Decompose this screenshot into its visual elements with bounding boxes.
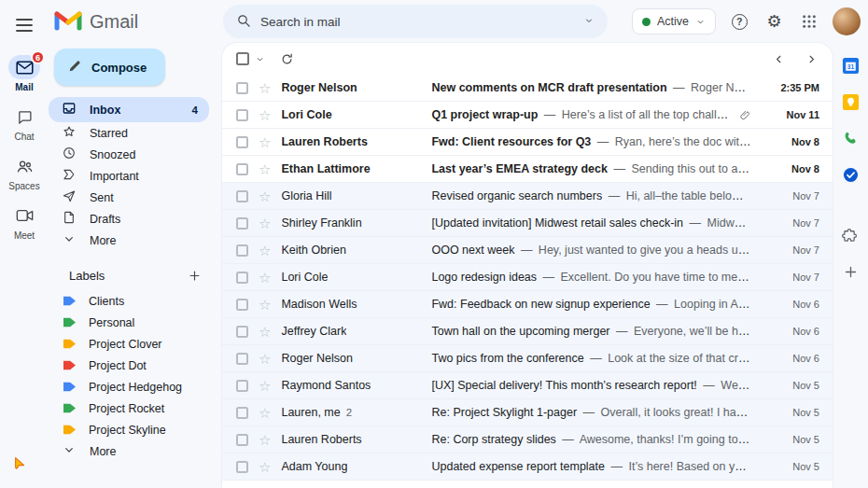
select-all-checkbox[interactable] xyxy=(236,52,249,65)
email-checkbox[interactable] xyxy=(236,407,248,419)
email-date: Nov 6 xyxy=(762,299,819,310)
avatar[interactable] xyxy=(833,7,861,35)
email-checkbox[interactable] xyxy=(236,434,248,446)
sidebar-item-inbox[interactable]: Inbox 4 xyxy=(49,97,209,122)
email-checkbox[interactable] xyxy=(236,136,248,148)
newer-page-icon[interactable] xyxy=(773,53,785,65)
star-icon[interactable]: ☆ xyxy=(259,271,271,285)
email-row[interactable]: ☆ Raymond Santos [UX] Special delivery! … xyxy=(222,372,833,399)
help-icon[interactable]: ? xyxy=(728,9,750,34)
search-bar[interactable] xyxy=(223,5,608,38)
email-row[interactable]: ☆ Gloria Hill Revised organic search num… xyxy=(222,183,833,210)
sidebar: Gmail Compose Inbox 4 Starred Snoozed Im… xyxy=(49,0,222,488)
sidebar-label-item[interactable]: Project Skyline xyxy=(49,419,222,440)
pencil-icon xyxy=(67,59,82,77)
cursor-icon xyxy=(13,455,28,473)
sidebar-item-snoozed[interactable]: Snoozed xyxy=(49,144,209,165)
settings-gear-icon[interactable]: ⚙ xyxy=(763,9,785,34)
rail-item-meet[interactable]: Meet xyxy=(8,203,40,241)
email-checkbox[interactable] xyxy=(236,109,248,121)
star-icon[interactable]: ☆ xyxy=(259,189,271,203)
email-subject: Re: Project Skylight 1-pager xyxy=(431,406,577,419)
star-icon[interactable]: ☆ xyxy=(259,216,271,230)
sidebar-item-more[interactable]: More xyxy=(49,230,209,251)
email-date: Nov 8 xyxy=(762,163,819,174)
email-row[interactable]: ☆ Lauren, me 2 Re: Project Skylight 1-pa… xyxy=(222,399,833,426)
sidebar-label-item[interactable]: Project Rocket xyxy=(49,397,222,419)
email-row[interactable]: ☆ Roger Nelson Two pics from the confere… xyxy=(222,345,833,372)
label-name: Project Dot xyxy=(89,359,147,372)
email-snippet: Hi, all–the table below contains the rev… xyxy=(626,189,751,202)
status-selector[interactable]: Active xyxy=(632,8,716,35)
star-icon[interactable]: ☆ xyxy=(259,325,271,339)
email-checkbox[interactable] xyxy=(236,82,248,94)
star-icon[interactable]: ☆ xyxy=(259,81,271,95)
keep-icon[interactable] xyxy=(841,92,860,111)
star-icon[interactable]: ☆ xyxy=(259,162,271,176)
search-options-icon[interactable] xyxy=(583,15,595,29)
sidebar-item-important[interactable]: Important xyxy=(49,165,209,187)
add-label-button[interactable] xyxy=(188,269,202,283)
sidebar-item-sent[interactable]: Sent xyxy=(49,187,209,208)
select-dropdown-icon[interactable] xyxy=(255,54,265,64)
email-row[interactable]: ☆ Lori Cole Q1 project wrap-up — Here’s … xyxy=(222,102,833,129)
email-checkbox[interactable] xyxy=(236,461,248,473)
star-icon[interactable]: ☆ xyxy=(259,135,271,149)
calendar-icon[interactable]: 31 xyxy=(841,56,860,75)
addons-puzzle-icon[interactable] xyxy=(841,226,860,244)
add-panel-icon[interactable] xyxy=(841,262,860,281)
rail-item-spaces[interactable]: Spaces xyxy=(8,154,40,191)
email-row[interactable]: ☆ Ethan Lattimore Last year’s EMEA strat… xyxy=(222,156,833,183)
older-page-icon[interactable] xyxy=(805,53,818,65)
email-checkbox[interactable] xyxy=(236,190,248,202)
voice-icon[interactable] xyxy=(841,129,860,147)
email-checkbox[interactable] xyxy=(236,244,248,257)
content-row: ☆ Roger Nelson New comments on MCR draft… xyxy=(222,43,868,488)
email-row[interactable]: ☆ Lauren Roberts Fwd: Client resources f… xyxy=(222,129,833,156)
star-icon[interactable]: ☆ xyxy=(259,244,271,258)
email-row[interactable]: ☆ Roger Nelson New comments on MCR draft… xyxy=(222,75,833,102)
star-icon[interactable]: ☆ xyxy=(259,298,271,312)
sidebar-label-item[interactable]: Clients xyxy=(49,290,222,312)
refresh-icon[interactable] xyxy=(280,52,294,66)
email-checkbox[interactable] xyxy=(236,299,248,311)
email-row[interactable]: ☆ Lauren Roberts Re: Corp strategy slide… xyxy=(222,426,833,453)
menu-icon[interactable] xyxy=(11,12,37,38)
sidebar-item-starred[interactable]: Starred xyxy=(49,122,209,144)
email-checkbox[interactable] xyxy=(236,272,248,284)
email-subject: Fwd: Feedback on new signup experience xyxy=(431,298,650,311)
sidebar-label-item[interactable]: Personal xyxy=(49,312,222,333)
star-icon[interactable]: ☆ xyxy=(259,406,271,420)
star-icon[interactable]: ☆ xyxy=(259,433,271,447)
email-snippet: Here’s a list of all the top challenges … xyxy=(562,108,729,121)
sidebar-item-drafts[interactable]: Drafts xyxy=(49,208,209,230)
email-row[interactable]: ☆ Keith Obrien OOO next week — Hey, just… xyxy=(222,237,833,264)
email-row[interactable]: ☆ Adam Young Updated expense report temp… xyxy=(222,453,833,481)
tasks-icon[interactable] xyxy=(841,165,860,184)
email-checkbox[interactable] xyxy=(236,217,248,230)
labels-header: Labels xyxy=(49,264,209,286)
compose-button[interactable]: Compose xyxy=(54,49,165,86)
star-icon[interactable]: ☆ xyxy=(259,379,271,393)
email-row[interactable]: ☆ Madison Wells Fwd: Feedback on new sig… xyxy=(222,291,833,318)
email-checkbox[interactable] xyxy=(236,326,248,338)
email-row[interactable]: ☆ Jeffrey Clark Town hall on the upcomin… xyxy=(222,318,833,345)
email-checkbox[interactable] xyxy=(236,163,248,175)
search-input[interactable] xyxy=(260,15,574,29)
sidebar-label-item[interactable]: Project Dot xyxy=(49,355,222,376)
sidebar-labels-more[interactable]: More xyxy=(49,440,222,462)
email-checkbox[interactable] xyxy=(236,353,248,365)
star-icon[interactable]: ☆ xyxy=(259,460,271,474)
sidebar-label-item[interactable]: Project Hedgehog xyxy=(49,376,222,397)
sidebar-label-item[interactable]: Project Clover xyxy=(49,333,222,355)
email-row[interactable]: ☆ Lori Cole Logo redesign ideas — Excell… xyxy=(222,264,833,291)
email-checkbox[interactable] xyxy=(236,380,248,392)
apps-grid-icon[interactable] xyxy=(798,9,820,34)
star-icon[interactable]: ☆ xyxy=(259,108,271,122)
label-tag-icon xyxy=(63,316,76,328)
rail-item-mail[interactable]: 6 Mail xyxy=(8,55,40,92)
rail-item-chat[interactable]: Chat xyxy=(8,105,40,142)
email-row[interactable]: ☆ Shirley Franklin [Updated invitation] … xyxy=(222,210,833,237)
email-subject: Updated expense report template xyxy=(431,460,605,473)
star-icon[interactable]: ☆ xyxy=(259,352,271,366)
